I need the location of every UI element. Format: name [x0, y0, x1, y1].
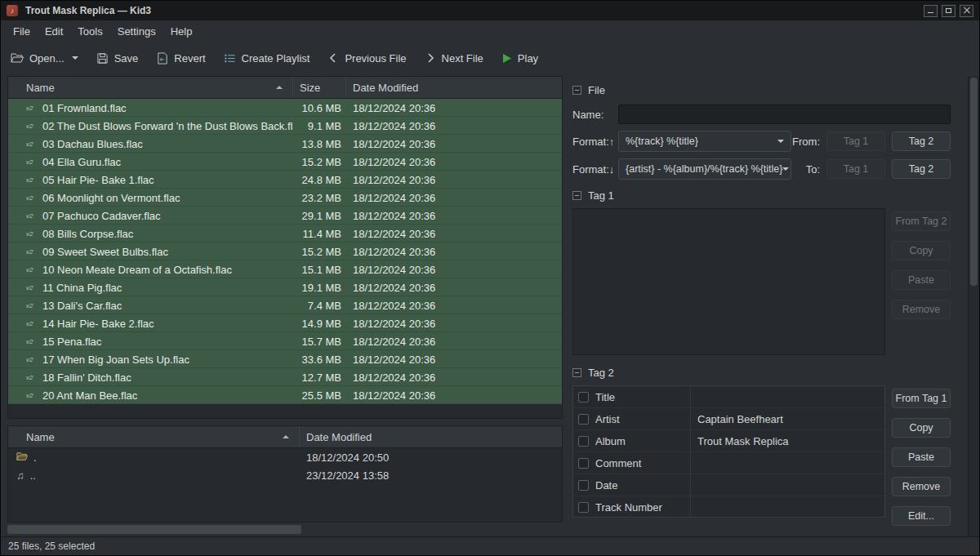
collapse-icon[interactable]	[572, 191, 581, 200]
create-playlist-button[interactable]: Create Playlist	[224, 52, 310, 64]
tag1-body: From Tag 2CopyPasteRemove	[572, 208, 951, 355]
from-tag-1-button[interactable]: Tag 1	[826, 131, 885, 151]
file-row[interactable]: v204 Ella Guru.flac15.2 MB18/12/2024 20:…	[8, 153, 562, 171]
file-row[interactable]: v209 Sweet Sweet Bulbs.flac15.2 MB18/12/…	[8, 242, 562, 260]
tag1-from-tag-2-button[interactable]: From Tag 2	[892, 211, 951, 231]
file-size: 19.1 MB	[293, 282, 346, 294]
file-row[interactable]: v206 Moonlight on Vermont.flac23.2 MB18/…	[8, 189, 562, 207]
minimize-button[interactable]	[924, 5, 938, 17]
tag2-section-header[interactable]: Tag 2	[572, 367, 951, 379]
folder-column-header-date-modified[interactable]: Date Modified	[300, 426, 562, 447]
collapse-icon[interactable]	[572, 368, 581, 377]
tag2-field-value-title[interactable]	[690, 386, 884, 407]
vertical-scrollbar[interactable]	[968, 76, 979, 536]
tag2-copy-button[interactable]: Copy	[892, 418, 951, 438]
play-button[interactable]: Play	[501, 52, 538, 64]
tag1-section-header[interactable]: Tag 1	[572, 189, 951, 202]
status-bar: 25 files, 25 selected	[1, 536, 979, 555]
close-icon	[964, 7, 970, 14]
menu-help[interactable]: Help	[163, 22, 200, 41]
file-date-modified: 18/12/2024 20:36	[346, 120, 435, 132]
menu-tools[interactable]: Tools	[70, 22, 109, 41]
tag2-edit-button[interactable]: Edit...	[892, 506, 951, 526]
file-date-modified: 18/12/2024 20:36	[346, 228, 435, 240]
file-row[interactable]: v202 The Dust Blows Forward 'n the Dust …	[8, 117, 562, 135]
previous-file-button[interactable]: Previous File	[327, 52, 406, 64]
to-tag-1-button[interactable]: Tag 1	[826, 159, 885, 179]
next-file-button[interactable]: Next File	[425, 52, 483, 64]
tag2-field-value-date[interactable]	[690, 474, 884, 496]
file-row[interactable]: v211 China Pig.flac19.1 MB18/12/2024 20:…	[8, 278, 562, 296]
file-name: 20 Ant Man Bee.flac	[42, 389, 137, 402]
folder-column-header-name[interactable]: Name	[8, 426, 300, 447]
menu-settings[interactable]: Settings	[110, 22, 163, 41]
file-row[interactable]: v207 Pachuco Cadaver.flac29.1 MB18/12/20…	[8, 207, 562, 225]
tag2-paste-button[interactable]: Paste	[892, 447, 951, 467]
file-row[interactable]: v201 Frownland.flac10.6 MB18/12/2024 20:…	[8, 99, 562, 117]
file-date-modified: 18/12/2024 20:36	[346, 102, 435, 114]
checkbox-album[interactable]	[578, 436, 589, 447]
checkbox-title[interactable]	[578, 392, 589, 403]
file-row[interactable]: v213 Dali's Car.flac7.4 MB18/12/2024 20:…	[8, 296, 562, 314]
filename-input[interactable]	[618, 105, 951, 124]
horizontal-scrollbar-thumb[interactable]	[7, 525, 301, 534]
column-header-name[interactable]: Name	[8, 77, 293, 98]
checkbox-comment[interactable]	[578, 458, 589, 469]
file-row[interactable]: v217 When Big Joan Sets Up.flac33.6 MB18…	[8, 350, 562, 368]
menu-edit[interactable]: Edit	[38, 22, 70, 41]
main-area: Name Size Date Modified v201 Frownland.f…	[1, 74, 979, 536]
file-name: 15 Pena.flac	[42, 336, 101, 348]
folder-row[interactable]: .18/12/2024 20:50	[8, 448, 562, 466]
tag2-remove-button[interactable]: Remove	[892, 477, 951, 496]
checkbox-artist[interactable]	[578, 414, 589, 425]
file-name: 18 Fallin' Ditch.flac	[42, 371, 131, 384]
open-button[interactable]: Open...	[11, 51, 78, 64]
file-row[interactable]: v220 Ant Man Bee.flac25.5 MB18/12/2024 2…	[8, 386, 562, 404]
tag2-from-tag-1-button[interactable]: From Tag 1	[892, 389, 951, 408]
column-header-size[interactable]: Size	[293, 77, 346, 98]
file-row[interactable]: v205 Hair Pie- Bake 1.flac24.8 MB18/12/2…	[8, 171, 562, 189]
tag-state-icon: v2	[26, 248, 38, 256]
collapse-icon[interactable]	[572, 86, 581, 95]
file-date-modified: 18/12/2024 20:36	[346, 138, 435, 150]
tag1-copy-button[interactable]: Copy	[892, 241, 951, 260]
folder-row[interactable]: ♫..23/12/2024 13:58	[8, 466, 562, 484]
save-button[interactable]: Save	[96, 52, 139, 64]
checkbox-date[interactable]	[578, 480, 589, 491]
tag2-field-value-artist[interactable]: Captain Beefheart	[690, 408, 884, 429]
tag2-buttons: From Tag 1CopyPasteRemoveEdit...	[892, 385, 951, 526]
horizontal-scrollbar[interactable]	[7, 524, 563, 535]
close-button[interactable]	[960, 5, 973, 17]
to-tag-2-button[interactable]: Tag 2	[892, 159, 951, 179]
file-row[interactable]: v218 Fallin' Ditch.flac12.7 MB18/12/2024…	[8, 368, 562, 386]
file-row[interactable]: v210 Neon Meate Dream of a Octafish.flac…	[8, 260, 562, 278]
tag2-field-value-track-number[interactable]	[690, 496, 884, 518]
open-label: Open...	[29, 52, 65, 64]
tag1-remove-button[interactable]: Remove	[892, 300, 951, 319]
file-name-cell: v208 Bills Corpse.flac	[8, 228, 293, 240]
format-from-combo[interactable]: %{track} %{title}	[618, 131, 791, 152]
from-tag-2-button[interactable]: Tag 2	[892, 131, 951, 151]
maximize-button[interactable]	[942, 5, 956, 17]
file-size: 25.5 MB	[293, 389, 346, 402]
file-row[interactable]: v215 Pena.flac15.7 MB18/12/2024 20:36	[8, 332, 562, 350]
tag2-field-value-album[interactable]: Trout Mask Replica	[690, 430, 884, 451]
checkbox-track-number[interactable]	[578, 502, 589, 513]
file-section-header[interactable]: File	[572, 84, 951, 96]
revert-button[interactable]: Revert	[156, 52, 205, 64]
column-header-date-modified[interactable]: Date Modified	[346, 77, 562, 98]
file-row[interactable]: v214 Hair Pie- Bake 2.flac14.9 MB18/12/2…	[8, 314, 562, 332]
vertical-scrollbar-thumb[interactable]	[970, 78, 978, 286]
tag2-field-value-comment[interactable]	[690, 452, 884, 474]
window-controls	[924, 5, 973, 17]
chevron-down-icon[interactable]	[72, 56, 78, 60]
tag1-paste-button[interactable]: Paste	[892, 270, 951, 290]
playlist-icon	[224, 52, 236, 64]
file-row[interactable]: v208 Bills Corpse.flac11.4 MB18/12/2024 …	[8, 225, 562, 242]
format-to-value: {artist} - %{album}/%{track} %{title}	[626, 163, 782, 175]
format-to-combo[interactable]: {artist} - %{album}/%{track} %{title}	[618, 158, 791, 180]
chevron-left-icon	[327, 52, 339, 64]
file-name-cell: v201 Frownland.flac	[8, 102, 293, 114]
menu-file[interactable]: File	[6, 22, 38, 41]
file-row[interactable]: v203 Dachau Blues.flac13.8 MB18/12/2024 …	[8, 135, 562, 153]
